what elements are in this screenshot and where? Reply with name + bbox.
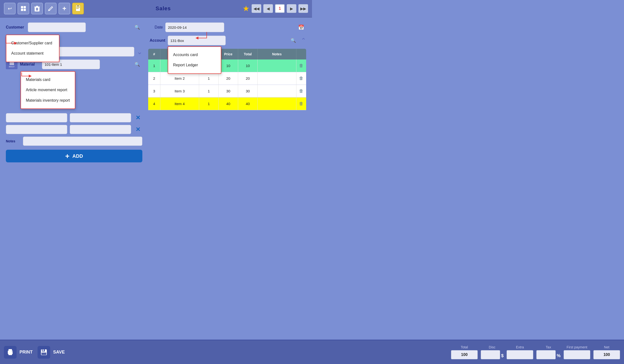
detail-delete-2[interactable]: ✕ — [133, 125, 142, 134]
account-search-icon[interactable]: 🔍 — [290, 38, 296, 43]
svg-rect-12 — [76, 7, 80, 8]
notes-button[interactable] — [72, 3, 84, 14]
notes-input[interactable] — [23, 136, 142, 146]
add-record-button[interactable]: + — [58, 3, 70, 14]
customer-chevron-down[interactable]: ⌄ — [137, 48, 142, 56]
row-num: 1 — [148, 59, 160, 72]
account-arrow — [192, 31, 211, 40]
customer-row: Customer 🔍 Customer/Supplier card Accoun… — [6, 23, 142, 32]
svg-rect-0 — [21, 6, 23, 8]
delete-row-icon[interactable]: 🗑 — [299, 63, 304, 68]
notes-row: Notes — [6, 136, 142, 146]
svg-rect-7 — [36, 8, 37, 10]
material-arrow — [21, 71, 35, 78]
row-material: Item 4 — [160, 98, 199, 110]
delete-row-icon[interactable]: 🗑 — [299, 88, 304, 94]
page-title: Sales — [86, 5, 241, 12]
table-row: 3 Item 3 1 30 30 🗑 — [148, 85, 306, 98]
svg-rect-13 — [76, 8, 79, 9]
add-plus-icon: + — [65, 152, 70, 160]
svg-rect-2 — [21, 9, 23, 11]
row-notes — [258, 85, 296, 97]
favorite-star[interactable]: ★ — [242, 4, 250, 13]
table-row: 4 Item 4 1 40 40 🗑 — [148, 98, 306, 110]
material-search-icon[interactable]: 🔍 — [134, 62, 140, 67]
account-row: Account 🔍 ⌃ Accounts card Report Ledger — [148, 36, 306, 45]
row-price: 30 — [219, 85, 238, 97]
row-delete[interactable]: 🗑 — [296, 59, 306, 72]
nav-last-button[interactable]: ▶▶ — [298, 4, 308, 13]
row-qty: 1 — [199, 72, 219, 85]
th-price: Price — [219, 49, 238, 59]
left-panel: Customer 🔍 Customer/Supplier card Accoun… — [6, 23, 142, 162]
row-notes — [258, 98, 296, 110]
calendar-icon[interactable]: 📅 — [298, 24, 304, 30]
customer-arrow — [3, 36, 23, 46]
row-num: 3 — [148, 85, 160, 97]
nav-prev-button[interactable]: ◀ — [263, 4, 273, 13]
material-dropdown-item-2[interactable]: Article movement report — [25, 85, 71, 95]
account-dropdown: Accounts card Report Ledger — [168, 46, 221, 74]
th-notes: Notes — [258, 49, 296, 59]
row-price: 20 — [219, 72, 238, 85]
toolbar: ↩ + Sales — [0, 0, 312, 18]
th-num: # — [148, 49, 160, 59]
material-label: Material — [20, 62, 39, 67]
detail-price-1[interactable] — [70, 113, 131, 122]
notes-label: Notes — [6, 139, 21, 143]
date-account-area: Date 📅 — [148, 23, 306, 32]
account-label: Account — [148, 38, 165, 43]
edit-button[interactable] — [45, 3, 56, 14]
detail-delete-1[interactable]: ✕ — [133, 113, 142, 122]
add-button-label: ADD — [72, 153, 83, 159]
svg-rect-8 — [37, 8, 37, 10]
account-chevron-up[interactable]: ⌃ — [301, 37, 306, 44]
row-total: 10 — [238, 59, 258, 72]
delete-row-icon[interactable]: 🗑 — [299, 76, 304, 81]
nav-next-button[interactable]: ▶ — [287, 4, 296, 13]
customer-search-icon[interactable]: 🔍 — [134, 25, 140, 30]
row-price: 10 — [219, 59, 238, 72]
main-content: Customer 🔍 Customer/Supplier card Accoun… — [0, 18, 312, 167]
svg-rect-9 — [38, 8, 38, 10]
customer-label: Customer — [6, 25, 25, 29]
detail-qty-1[interactable] — [6, 113, 67, 122]
back-button[interactable]: ↩ — [4, 3, 16, 14]
right-area: Date 📅 Account 🔍 ⌃ Accounts card Report … — [148, 23, 306, 162]
delete-row-icon[interactable]: 🗑 — [299, 101, 304, 106]
material-dropdown-item-3[interactable]: Materials inventory report — [25, 95, 71, 105]
row-num: 2 — [148, 72, 160, 85]
detail-qty-2[interactable] — [6, 125, 67, 134]
date-label: Date — [148, 25, 163, 29]
grid-button[interactable] — [18, 3, 29, 14]
nav-first-button[interactable]: ◀◀ — [252, 4, 261, 13]
detail-price-2[interactable] — [70, 125, 131, 134]
row-price: 40 — [219, 98, 238, 110]
row-material: Item 2 — [160, 72, 199, 85]
add-button[interactable]: + ADD — [6, 150, 142, 162]
account-dropdown-item-2[interactable]: Report Ledger — [172, 60, 217, 70]
row-num: 4 — [148, 98, 160, 110]
th-total: Total — [238, 49, 258, 59]
customer-dropdown-item-2[interactable]: Account statement — [10, 48, 55, 58]
customer-input[interactable] — [28, 23, 86, 32]
row-delete[interactable]: 🗑 — [296, 72, 306, 85]
page-number: 1 — [275, 4, 285, 13]
table-row: 2 Item 2 1 20 20 🗑 — [148, 72, 306, 85]
row-qty: 1 — [199, 85, 219, 97]
account-dropdown-item-1[interactable]: Accounts card — [172, 50, 217, 60]
row-notes — [258, 59, 296, 72]
row-delete[interactable]: 🗑 — [296, 85, 306, 97]
trash-button[interactable] — [31, 3, 43, 14]
svg-rect-11 — [76, 6, 80, 7]
svg-rect-1 — [24, 6, 26, 8]
th-action — [296, 49, 306, 59]
row-total: 30 — [238, 85, 258, 97]
svg-rect-3 — [24, 9, 26, 11]
row-delete[interactable]: 🗑 — [296, 98, 306, 110]
row-material: Item 3 — [160, 85, 199, 97]
svg-rect-6 — [34, 7, 40, 7]
row-qty: 1 — [199, 98, 219, 110]
detail-row-2: ✕ — [6, 125, 142, 134]
row-total: 20 — [238, 72, 258, 85]
